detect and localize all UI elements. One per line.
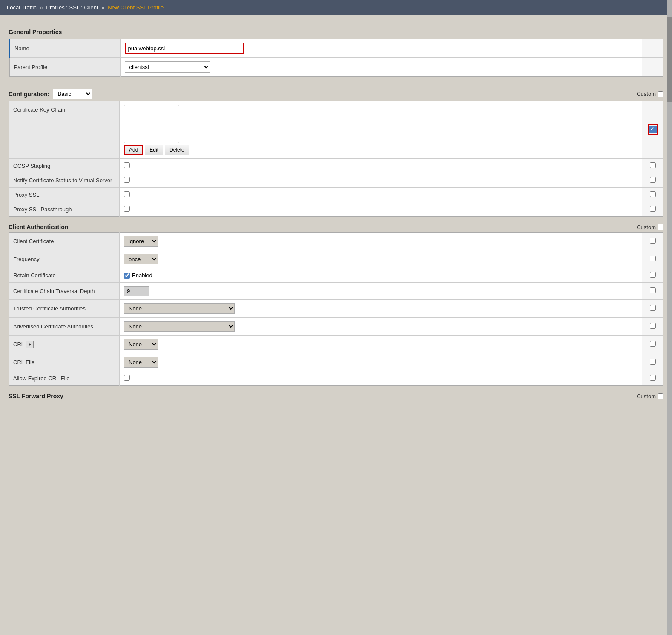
main-content: General Properties Name Parent Profile c… — [0, 15, 672, 408]
client-auth-custom-label: Custom — [637, 224, 656, 230]
scrollbar-thumb[interactable] — [667, 17, 672, 102]
crl-text: CRL — [13, 341, 24, 348]
proxy-ssl-label: Proxy SSL — [9, 188, 120, 202]
ocsp-checkbox[interactable] — [124, 162, 130, 168]
chain-traversal-label: Certificate Chain Traversal Depth — [9, 283, 120, 300]
allow-expired-custom-checkbox[interactable] — [650, 375, 656, 381]
retain-cert-checkbox[interactable] — [124, 273, 130, 279]
trusted-ca-label: Trusted Certificate Authorities — [9, 300, 120, 318]
name-input[interactable] — [125, 43, 244, 54]
crl-cell: None — [120, 336, 642, 353]
proxy-ssl-checkbox[interactable] — [124, 191, 130, 197]
parent-profile-select[interactable]: clientssl — [125, 61, 210, 73]
cert-key-chain-label: Certificate Key Chain — [9, 101, 120, 159]
trusted-ca-cell: None — [120, 300, 642, 318]
config-custom-label: Custom — [637, 91, 656, 97]
crl-file-custom-cell — [642, 353, 663, 371]
config-custom-checkbox[interactable] — [658, 91, 663, 97]
retain-cert-label: Retain Certificate — [9, 268, 120, 283]
ssl-forward-custom-checkbox[interactable] — [658, 393, 663, 399]
crl-custom-checkbox[interactable] — [650, 341, 656, 347]
allow-expired-label: Allow Expired CRL File — [9, 371, 120, 386]
retain-cert-row: Retain Certificate Enabled — [9, 268, 663, 283]
trusted-ca-select[interactable]: None — [124, 303, 235, 314]
allow-expired-custom-cell — [642, 371, 663, 386]
advertised-ca-label: Advertised Certificate Authorities — [9, 318, 120, 336]
frequency-label: Frequency — [9, 250, 120, 268]
chain-traversal-cell — [120, 283, 642, 300]
cert-key-chain-cell: Add Edit Delete — [120, 101, 642, 159]
name-label: Name — [9, 39, 120, 58]
crl-file-row: CRL File None — [9, 353, 663, 371]
parent-profile-custom-cell — [642, 58, 663, 77]
proxy-ssl-custom-cell — [642, 188, 663, 202]
client-cert-custom-checkbox[interactable] — [650, 238, 656, 244]
cert-buttons: Add Edit Delete — [124, 145, 638, 155]
crl-select[interactable]: None — [124, 339, 158, 350]
crl-file-custom-checkbox[interactable] — [650, 359, 656, 365]
client-auth-custom-checkbox[interactable] — [658, 224, 663, 230]
proxy-ssl-custom-checkbox[interactable] — [650, 191, 656, 197]
cert-key-chain-listbox[interactable] — [124, 105, 179, 143]
scrollbar[interactable] — [667, 0, 672, 408]
client-cert-select[interactable]: ignore require request — [124, 236, 158, 247]
edit-button[interactable]: Edit — [145, 145, 163, 155]
name-row: Name — [9, 39, 663, 58]
crl-file-cell: None — [120, 353, 642, 371]
allow-expired-row: Allow Expired CRL File — [9, 371, 663, 386]
breadcrumb-active: New Client SSL Profile... — [108, 4, 168, 11]
trusted-ca-row: Trusted Certificate Authorities None — [9, 300, 663, 318]
header: Local Traffic » Profiles : SSL : Client … — [0, 0, 672, 15]
retain-cert-text: Enabled — [132, 272, 152, 279]
ocsp-cell — [120, 159, 642, 173]
proxy-ssl-passthrough-custom-checkbox[interactable] — [650, 206, 656, 212]
proxy-ssl-passthrough-cell — [120, 202, 642, 217]
notify-cell — [120, 173, 642, 188]
cert-key-chain-custom-checkbox[interactable] — [649, 126, 657, 133]
ocsp-custom-checkbox[interactable] — [650, 162, 656, 168]
trusted-ca-custom-checkbox[interactable] — [650, 305, 656, 311]
trusted-ca-custom-cell — [642, 300, 663, 318]
retain-cert-cell: Enabled — [120, 268, 642, 283]
advertised-ca-select[interactable]: None — [124, 321, 235, 332]
chain-traversal-custom-checkbox[interactable] — [650, 287, 656, 293]
proxy-ssl-row: Proxy SSL — [9, 188, 663, 202]
name-input-cell — [120, 39, 642, 58]
config-select[interactable]: Basic Advanced — [53, 89, 92, 99]
breadcrumb-local-traffic: Local Traffic — [7, 4, 37, 11]
proxy-ssl-passthrough-checkbox[interactable] — [124, 206, 130, 212]
chain-traversal-input[interactable] — [124, 286, 149, 296]
chain-traversal-row: Certificate Chain Traversal Depth — [9, 283, 663, 300]
retain-cert-custom-checkbox[interactable] — [650, 272, 656, 278]
client-auth-title: Client Authentication — [9, 224, 68, 230]
configuration-table: Certificate Key Chain Add Edit Delete OC… — [9, 101, 663, 217]
crl-label: CRL + — [9, 336, 120, 353]
crl-file-select[interactable]: None — [124, 357, 158, 368]
crl-custom-cell — [642, 336, 663, 353]
general-properties-title: General Properties — [9, 29, 663, 35]
retain-cert-container: Enabled — [124, 272, 638, 279]
notify-checkbox[interactable] — [124, 177, 130, 183]
name-custom-cell — [642, 39, 663, 58]
crl-row: CRL + None — [9, 336, 663, 353]
client-cert-custom-cell — [642, 233, 663, 250]
ocsp-custom-cell — [642, 159, 663, 173]
allow-expired-checkbox[interactable] — [124, 375, 130, 381]
crl-plus-button[interactable]: + — [26, 341, 34, 348]
frequency-custom-checkbox[interactable] — [650, 256, 656, 261]
client-auth-table: Client Certificate ignore require reques… — [9, 232, 663, 386]
config-header: Configuration: Basic Advanced Custom — [9, 83, 663, 101]
client-cert-cell: ignore require request — [120, 233, 642, 250]
add-button[interactable]: Add — [124, 145, 143, 155]
notify-label: Notify Certificate Status to Virtual Ser… — [9, 173, 120, 188]
frequency-select[interactable]: once always — [124, 254, 158, 264]
delete-button[interactable]: Delete — [165, 145, 189, 155]
advertised-ca-custom-checkbox[interactable] — [650, 323, 656, 329]
breadcrumb-profiles: Profiles : SSL : Client — [46, 4, 98, 11]
notify-custom-checkbox[interactable] — [650, 177, 656, 183]
proxy-ssl-passthrough-row: Proxy SSL Passthrough — [9, 202, 663, 217]
frequency-custom-cell — [642, 250, 663, 268]
breadcrumb-arrow-2: » — [101, 4, 104, 11]
breadcrumb-arrow-1: » — [40, 4, 43, 11]
chain-traversal-custom-cell — [642, 283, 663, 300]
